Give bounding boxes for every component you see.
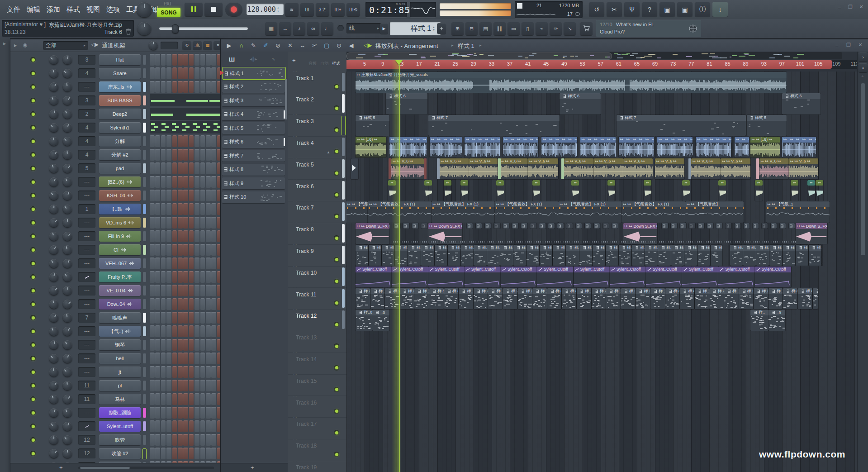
step-cell[interactable] bbox=[200, 203, 205, 215]
channel-target-display[interactable]: 5 bbox=[78, 163, 95, 173]
track-header[interactable]: ⋯Track 12 bbox=[288, 309, 346, 331]
channel-button[interactable]: 吹管 #2 bbox=[99, 448, 141, 459]
automation-clip[interactable]: Sylent..Cutoff bbox=[718, 267, 754, 287]
channel-color-strip[interactable] bbox=[143, 150, 146, 160]
step-cell[interactable] bbox=[194, 285, 199, 296]
fx-audio-clip[interactable]: ↦↦ 【气氛音效】 FX (1) bbox=[495, 201, 558, 222]
channel-led[interactable] bbox=[30, 152, 36, 157]
playlist-breadcrumb[interactable]: 样式 1 bbox=[458, 42, 474, 50]
step-cell[interactable] bbox=[211, 407, 216, 419]
channel-target-display[interactable]: --- bbox=[78, 245, 95, 255]
audio-tag-clip[interactable]: ↦ bbox=[388, 180, 396, 201]
step-cell[interactable] bbox=[155, 230, 160, 242]
step-cell[interactable] bbox=[194, 67, 199, 79]
step-cell[interactable] bbox=[150, 366, 155, 378]
channel-pan-knob[interactable] bbox=[49, 300, 58, 309]
channel-color-strip[interactable] bbox=[143, 163, 146, 173]
mini-pattern-clip[interactable] bbox=[771, 223, 777, 229]
channel-led[interactable] bbox=[30, 125, 36, 130]
audio-clip-v6[interactable]: ↦↦ V..6 ↦ bbox=[789, 158, 818, 179]
pattern-clip[interactable]: 样.2 bbox=[503, 288, 517, 309]
step-cell[interactable] bbox=[178, 353, 183, 364]
track-mute-led[interactable] bbox=[334, 409, 339, 414]
step-cell[interactable] bbox=[211, 312, 216, 324]
pattern-clip[interactable]: 样.. bbox=[474, 245, 487, 266]
channel-volume-knob[interactable] bbox=[63, 82, 72, 91]
channel-target-display[interactable]: 7 bbox=[78, 313, 95, 323]
step-cell[interactable] bbox=[211, 434, 216, 446]
channel-color-strip[interactable] bbox=[143, 394, 146, 404]
step-cell[interactable] bbox=[183, 366, 188, 378]
step-cell[interactable] bbox=[211, 353, 216, 364]
step-cell[interactable] bbox=[150, 393, 155, 405]
step-cell[interactable] bbox=[166, 448, 171, 459]
step-cell[interactable] bbox=[194, 407, 199, 419]
slip-icon[interactable]: ⊘ bbox=[273, 39, 283, 52]
step-cell[interactable] bbox=[150, 353, 155, 364]
channel-button[interactable]: pad bbox=[99, 163, 141, 174]
step-cell[interactable] bbox=[194, 81, 199, 93]
keyboard-editor-icon[interactable]: ▦ bbox=[203, 41, 212, 50]
channel-volume-knob[interactable] bbox=[63, 96, 72, 105]
rack-collapse-icon[interactable]: ▶ bbox=[14, 43, 17, 48]
step-cell[interactable] bbox=[189, 298, 194, 310]
channel-led[interactable] bbox=[30, 234, 36, 239]
channel-led[interactable] bbox=[30, 98, 36, 103]
channel-button[interactable]: 副歌..跟随 bbox=[99, 407, 141, 418]
snap-selector[interactable]: 线▸ bbox=[346, 23, 382, 33]
channel-button[interactable]: VEH..067 bbox=[99, 258, 141, 269]
step-cell[interactable] bbox=[166, 230, 171, 242]
pattern-clip[interactable]: 样.. bbox=[750, 310, 768, 330]
step-cell[interactable] bbox=[172, 217, 177, 229]
step-cell[interactable] bbox=[200, 230, 205, 242]
step-cell[interactable] bbox=[206, 407, 211, 419]
step-cell[interactable] bbox=[172, 434, 177, 446]
audio-clip-green[interactable]: ↦↦ [..6) ↦ bbox=[356, 137, 386, 157]
channel-pan-knob[interactable] bbox=[49, 123, 58, 132]
track-mute-led[interactable] bbox=[334, 322, 339, 327]
channel-target-display[interactable]: --- bbox=[78, 299, 95, 309]
save-new-icon[interactable]: ▣ bbox=[677, 2, 693, 17]
channel-volume-knob[interactable] bbox=[63, 55, 72, 64]
channel-color-strip[interactable] bbox=[143, 204, 146, 214]
pattern-clip[interactable]: 样.2 bbox=[356, 288, 370, 309]
channel-color-strip[interactable] bbox=[143, 340, 146, 350]
pattern-item[interactable]: 样式 9 bbox=[222, 177, 285, 189]
step-cell[interactable] bbox=[155, 54, 160, 66]
channel-pan-knob[interactable] bbox=[49, 449, 58, 458]
channel-pan-knob[interactable] bbox=[49, 422, 58, 431]
step-cell[interactable] bbox=[189, 407, 194, 419]
channel-led[interactable] bbox=[30, 329, 36, 334]
channel-led[interactable] bbox=[30, 166, 36, 171]
channel-pan-knob[interactable] bbox=[49, 150, 58, 159]
header-tab-pattern[interactable]: 样式 bbox=[332, 61, 340, 67]
step-cell[interactable] bbox=[200, 353, 205, 364]
channel-led[interactable] bbox=[30, 71, 36, 76]
step-cell[interactable] bbox=[172, 407, 177, 419]
step-cell[interactable] bbox=[194, 217, 199, 229]
mini-pattern-clip[interactable] bbox=[485, 223, 491, 229]
step-cell[interactable] bbox=[178, 339, 183, 351]
channel-filter-selector[interactable]: 全部▸ bbox=[43, 41, 88, 50]
step-cell[interactable] bbox=[172, 135, 177, 147]
channel-color-strip[interactable] bbox=[143, 408, 146, 418]
slide-icon[interactable]: ↔ bbox=[298, 39, 307, 52]
step-cell[interactable] bbox=[178, 420, 183, 432]
step-cell[interactable] bbox=[150, 448, 155, 459]
step-cell[interactable] bbox=[150, 434, 155, 446]
audio-tag-clip[interactable]: ↦ bbox=[607, 180, 615, 201]
step-cell[interactable] bbox=[211, 393, 216, 405]
step-cell[interactable] bbox=[206, 393, 211, 405]
step-cell[interactable] bbox=[200, 271, 205, 283]
downsweep-clip[interactable]: ↦↦ Down S..FX 04 bbox=[796, 223, 827, 244]
channel-target-display[interactable]: --- bbox=[78, 258, 95, 268]
step-cell[interactable] bbox=[161, 244, 166, 256]
add-pattern-button[interactable]: + bbox=[251, 464, 254, 471]
step-cell[interactable] bbox=[206, 380, 211, 391]
step-cell[interactable] bbox=[189, 285, 194, 296]
step-cell[interactable] bbox=[155, 149, 160, 161]
track-mute-led[interactable] bbox=[334, 171, 339, 176]
mini-pattern-clip[interactable] bbox=[689, 223, 695, 229]
channel-color-strip[interactable] bbox=[143, 313, 146, 323]
step-cell[interactable] bbox=[172, 353, 177, 364]
